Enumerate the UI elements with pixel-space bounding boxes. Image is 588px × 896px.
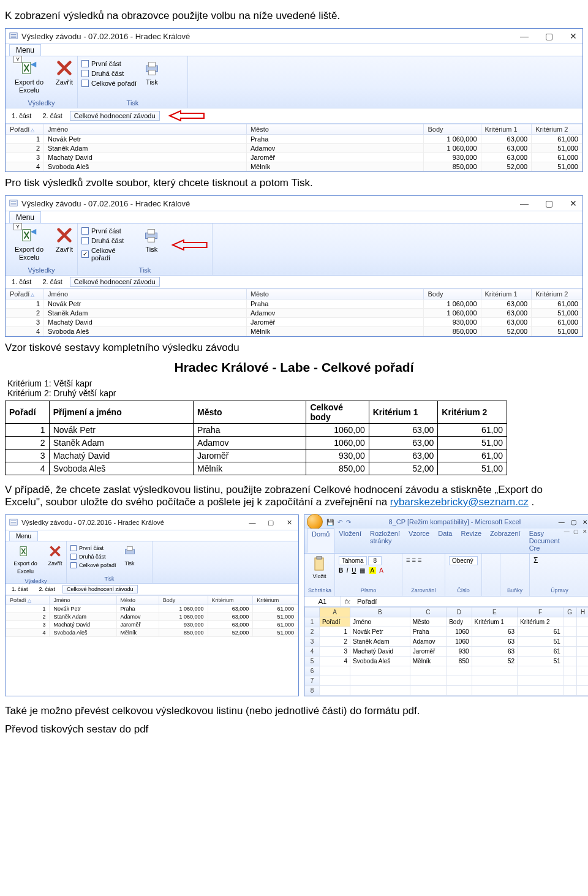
col-jmeno[interactable]: Jméno [44, 124, 247, 135]
number-format[interactable]: Obecný [449, 556, 478, 565]
table-row[interactable]: 2Staněk AdamAdamov1 060,00063,00051,000 [6, 613, 298, 621]
subtab-celkove[interactable]: Celkové hodnocení závodu [62, 585, 138, 593]
excel-sheet[interactable]: ABCDEFGH 1PořadíJménoMěstoBodyKritérium … [304, 607, 588, 696]
col-header[interactable]: G [563, 608, 576, 617]
close-results-button[interactable]: Zavřít [48, 544, 62, 568]
check-prvni-cast[interactable]: První část [70, 545, 116, 551]
excel-tab[interactable]: Rozložení stránky [366, 529, 404, 553]
close-button[interactable]: ✕ [284, 519, 295, 527]
subtab-2[interactable]: 2. část [36, 585, 59, 593]
check-celkove-poradi[interactable]: Celkové pořadí [81, 80, 137, 87]
table-row[interactable]: 3Machatý DavidJaroměř930,00063,00061,000 [6, 318, 582, 327]
col-header[interactable]: C [410, 608, 446, 617]
border-button[interactable]: ▦ [360, 567, 365, 574]
export-excel-button[interactable]: Export do Excelu [9, 226, 49, 262]
close-results-button[interactable]: Zavřít [55, 59, 74, 86]
col-k1[interactable]: Kritérium 1 [481, 124, 532, 135]
col-header[interactable]: F [518, 608, 564, 617]
sheet-row[interactable]: 32Staněk AdamAdamov10606351 [305, 637, 589, 647]
name-box[interactable]: A1 [304, 597, 341, 606]
check-prvni-cast[interactable]: První část [81, 227, 136, 235]
close-results-button[interactable]: Zavřít [55, 226, 74, 254]
excel-tab[interactable]: Easy Document Cre [525, 529, 564, 553]
subtab-1[interactable]: 1. část [8, 585, 32, 593]
sheet-row[interactable]: 54Svoboda AlešMělník8505251 [305, 657, 589, 666]
close-button[interactable]: ✕ [568, 31, 579, 41]
col-header[interactable]: A [320, 608, 350, 617]
check-celkove-poradi[interactable]: Celkové pořadí [70, 562, 116, 568]
excel-tab[interactable]: Data [434, 529, 456, 553]
subtab-1[interactable]: 1. část [8, 111, 35, 120]
col-header[interactable]: D [447, 608, 472, 617]
font-size[interactable]: 8 [368, 556, 382, 565]
table-row[interactable]: 2Staněk AdamAdamov1 060,00063,00051,000 [6, 309, 582, 318]
minimize-button[interactable]: — [247, 519, 258, 527]
close-button[interactable]: ✕ [582, 519, 587, 525]
col-poradi[interactable]: Pořadí△ [6, 124, 44, 135]
col-body[interactable]: Body [424, 124, 481, 135]
close-button[interactable]: ✕ [568, 198, 579, 208]
qa-undo-icon[interactable]: ↶ [337, 519, 342, 525]
subtab-1[interactable]: 1. část [8, 277, 35, 286]
subtab-2[interactable]: 2. část [39, 111, 66, 120]
sheet-row[interactable]: 43Machatý DavidJaroměř9306361 [305, 647, 589, 657]
align-right-button[interactable]: ≡ [418, 556, 421, 563]
excel-tab[interactable]: Zobrazení [486, 529, 525, 553]
qa-redo-icon[interactable]: ↷ [346, 519, 351, 525]
table-row[interactable]: 4Svoboda AlešMělník850,00052,00051,000 [6, 162, 582, 171]
tisk-button[interactable]: Tisk [123, 544, 137, 568]
excel-tab[interactable]: Domů [307, 529, 334, 553]
sheet-row[interactable]: 7 [305, 676, 589, 686]
doc-restore[interactable]: ▢ [573, 529, 579, 553]
formula-bar[interactable]: Pořadí [353, 597, 380, 606]
paste-button[interactable]: Vložit [308, 556, 331, 579]
subtab-celkove[interactable]: Celkové hodnocení závodu [70, 111, 160, 121]
align-left-button[interactable]: ≡ [406, 556, 410, 563]
align-center-button[interactable]: ≡ [412, 556, 415, 563]
doc-close[interactable]: ✕ [582, 529, 587, 553]
table-row[interactable]: 3Machatý DavidJaroměř930,00063,00061,000 [6, 153, 582, 162]
check-celkove-poradi[interactable]: Celkové pořadí [81, 247, 136, 262]
fillcolor-button[interactable]: A [369, 567, 377, 574]
sheet-row[interactable]: 6 [305, 666, 589, 676]
table-row[interactable]: 4Svoboda AlešMělník850,00052,00051,000 [6, 629, 298, 637]
italic-button[interactable]: I [347, 567, 349, 574]
sheet-row[interactable]: 1PořadíJménoMěstoBodyKritérium 1Kritériu… [305, 617, 589, 627]
table-row[interactable]: 2Staněk AdamAdamov1 060,00063,00051,000 [6, 144, 582, 153]
table-row[interactable]: 1Novák PetrPraha1 060,00063,00061,000 [6, 135, 582, 144]
minimize-button[interactable]: — [519, 31, 530, 41]
autosum-button[interactable]: Σ [533, 556, 538, 565]
subtab-celkove[interactable]: Celkové hodnocení závodu [70, 277, 160, 287]
col-k2[interactable]: Kritérium 2 [532, 124, 582, 135]
font-select[interactable]: Tahoma [339, 556, 367, 565]
maximize-button[interactable]: ▢ [571, 519, 576, 525]
table-row[interactable]: 3Machatý DavidJaroměř930,00063,00061,000 [6, 621, 298, 629]
fontcolor-button[interactable]: A [379, 567, 383, 574]
export-excel-button[interactable]: Export do Excelu [9, 544, 42, 576]
check-druha-cast[interactable]: Druhá část [81, 237, 136, 244]
email-link[interactable]: rybarskezebricky@seznam.cz [390, 496, 529, 508]
tisk-button[interactable]: Tisk [142, 226, 160, 254]
subtab-2[interactable]: 2. část [39, 277, 66, 286]
excel-tab[interactable]: Revize [456, 529, 486, 553]
sheet-row[interactable]: 8 [305, 686, 589, 696]
export-excel-button[interactable]: Export do Excelu [9, 59, 49, 94]
maximize-button[interactable]: ▢ [265, 519, 276, 527]
bold-button[interactable]: B [339, 567, 343, 574]
qa-save-icon[interactable]: 💾 [326, 519, 334, 525]
sheet-row[interactable]: 21Novák PetrPraha10606361 [305, 627, 589, 637]
table-row[interactable]: 1Novák PetrPraha1 060,00063,00061,000 [6, 605, 298, 613]
office-orb-icon[interactable] [307, 514, 323, 530]
table-row[interactable]: 4Svoboda AlešMělník850,00052,00051,000 [6, 327, 582, 336]
fx-icon[interactable]: fx [341, 597, 353, 606]
menu-tab[interactable]: Menu Y [9, 211, 41, 223]
minimize-button[interactable]: — [559, 519, 565, 525]
excel-tab[interactable]: Vzorce [404, 529, 434, 553]
menu-tab[interactable]: Menu Y [9, 44, 41, 56]
underline-button[interactable]: U [352, 567, 356, 574]
col-header[interactable]: B [350, 608, 410, 617]
col-header[interactable]: H [576, 608, 588, 617]
doc-minimize[interactable]: — [564, 529, 570, 553]
check-druha-cast[interactable]: Druhá část [81, 70, 137, 77]
col-header[interactable]: E [472, 608, 518, 617]
